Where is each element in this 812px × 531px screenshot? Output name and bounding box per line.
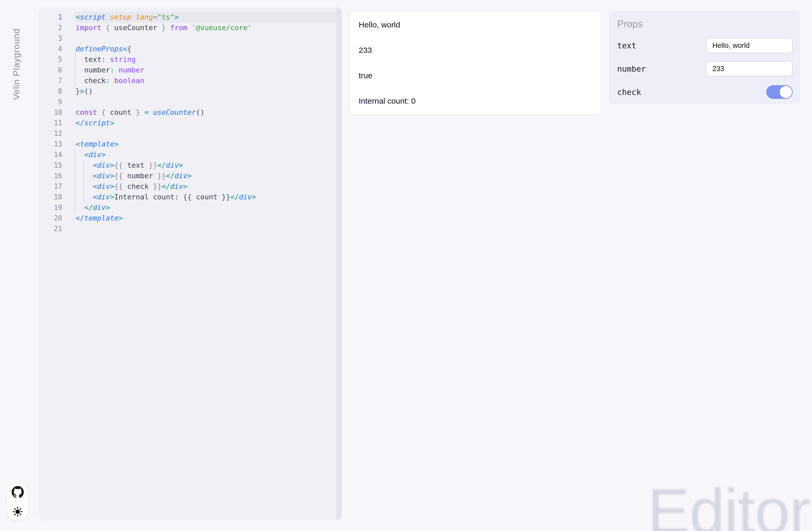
prop-label-text: text (617, 41, 636, 50)
preview-line: 233 (350, 38, 601, 63)
indent-guide (75, 160, 75, 171)
bottom-action-pill (7, 483, 28, 520)
code-editor-panel[interactable]: 1<script setup lang="ts">2import { useCo… (39, 7, 342, 520)
code-line[interactable]: 20</template> (39, 213, 342, 224)
indent-guide (75, 75, 75, 86)
code-text: }>() (76, 86, 335, 97)
line-number: 19 (39, 202, 62, 213)
code-text: number: number (76, 65, 335, 75)
indent-guide (84, 160, 84, 171)
code-text: <script setup lang="ts"> (76, 12, 335, 23)
line-number: 4 (39, 44, 62, 54)
code-text: text: string (76, 54, 335, 65)
code-text: <template> (76, 139, 335, 149)
line-number: 8 (39, 86, 62, 97)
code-text: </div> (76, 202, 335, 213)
prop-label-check: check (617, 87, 641, 97)
prop-row-text: text (609, 34, 800, 57)
indent-guide (84, 181, 84, 192)
prop-row-number: number (609, 57, 800, 81)
app-title-text: Velin Playground (11, 28, 22, 100)
code-line[interactable]: 12 (39, 128, 342, 139)
code-line[interactable]: 14 <div> (39, 149, 342, 160)
code-line[interactable]: 5 text: string (39, 54, 342, 65)
props-panel-title: Props (617, 18, 800, 30)
line-number: 7 (39, 75, 62, 86)
code-line[interactable]: 21 (39, 224, 342, 234)
code-line[interactable]: 4defineProps<{ (39, 44, 342, 54)
code-text: <div>{{ check }}</div> (76, 181, 335, 192)
line-number: 21 (39, 224, 62, 234)
line-number: 13 (39, 139, 62, 149)
indent-guide (75, 171, 75, 181)
code-text: <div>{{ number }}</div> (76, 171, 335, 181)
github-icon (12, 486, 24, 498)
indent-guide (84, 192, 84, 202)
editor-scrollbar[interactable] (336, 7, 342, 520)
code-text: </script> (76, 118, 335, 128)
code-line[interactable]: 8}>() (39, 86, 342, 97)
line-number: 3 (39, 33, 62, 44)
indent-guide (75, 54, 75, 65)
preview-line: Hello, world (350, 12, 601, 38)
line-number: 11 (39, 118, 62, 128)
line-number: 10 (39, 107, 62, 118)
code-line[interactable]: 9 (39, 97, 342, 107)
prop-label-number: number (617, 64, 646, 73)
line-number: 17 (39, 181, 62, 192)
code-text: const { count } = useCounter() (76, 107, 335, 118)
code-text: defineProps<{ (76, 44, 335, 54)
code-line[interactable]: 10const { count } = useCounter() (39, 107, 342, 118)
code-text: <div>Internal count: {{ count }}</div> (76, 192, 335, 202)
line-number: 20 (39, 213, 62, 224)
line-number: 14 (39, 149, 62, 160)
prop-input-number[interactable] (706, 61, 793, 76)
github-link-button[interactable] (12, 486, 24, 498)
props-panel: Props textnumbercheck (609, 11, 800, 104)
code-lines: 1<script setup lang="ts">2import { useCo… (39, 12, 342, 234)
line-number: 6 (39, 65, 62, 75)
line-number: 16 (39, 171, 62, 181)
line-number: 12 (39, 128, 62, 139)
code-text: check: boolean (76, 75, 335, 86)
theme-toggle-button[interactable] (12, 506, 24, 518)
prop-toggle-check[interactable] (766, 85, 793, 99)
line-number: 9 (39, 97, 62, 107)
line-number: 2 (39, 23, 62, 33)
code-line[interactable]: 13<template> (39, 139, 342, 149)
line-number: 5 (39, 54, 62, 65)
code-text: <div> (76, 149, 335, 160)
indent-guide (84, 171, 84, 181)
code-text: import { useCounter } from '@vueuse/core… (76, 23, 335, 33)
line-number: 15 (39, 160, 62, 171)
indent-guide (75, 65, 75, 75)
prop-row-check: check (609, 81, 800, 104)
code-line[interactable]: 1<script setup lang="ts"> (39, 12, 342, 23)
code-line[interactable]: 11</script> (39, 118, 342, 128)
toggle-knob (780, 86, 792, 98)
preview-output: Hello, world233trueInternal count: 0 (350, 12, 601, 114)
editor-watermark: Editor (648, 475, 810, 531)
code-line[interactable]: 15 <div>{{ text }}</div> (39, 160, 342, 171)
indent-guide (75, 181, 75, 192)
line-number: 18 (39, 192, 62, 202)
preview-line: Internal count: 0 (350, 88, 601, 114)
code-line[interactable]: 16 <div>{{ number }}</div> (39, 171, 342, 181)
code-line[interactable]: 7 check: boolean (39, 75, 342, 86)
indent-guide (75, 149, 75, 160)
code-line[interactable]: 19 </div> (39, 202, 342, 213)
code-line[interactable]: 3 (39, 33, 342, 44)
code-text: <div>{{ text }}</div> (76, 160, 335, 171)
app-title: Velin Playground (11, 12, 23, 100)
code-line[interactable]: 18 <div>Internal count: {{ count }}</div… (39, 192, 342, 202)
indent-guide (75, 202, 75, 213)
code-line[interactable]: 6 number: number (39, 65, 342, 75)
preview-line: true (350, 63, 601, 88)
indent-guide (75, 192, 75, 202)
code-line[interactable]: 2import { useCounter } from '@vueuse/cor… (39, 23, 342, 33)
prop-input-text[interactable] (706, 38, 793, 53)
code-text: </template> (76, 213, 335, 224)
code-line[interactable]: 17 <div>{{ check }}</div> (39, 181, 342, 192)
line-number: 1 (39, 12, 62, 23)
props-rows: textnumbercheck (609, 34, 800, 104)
